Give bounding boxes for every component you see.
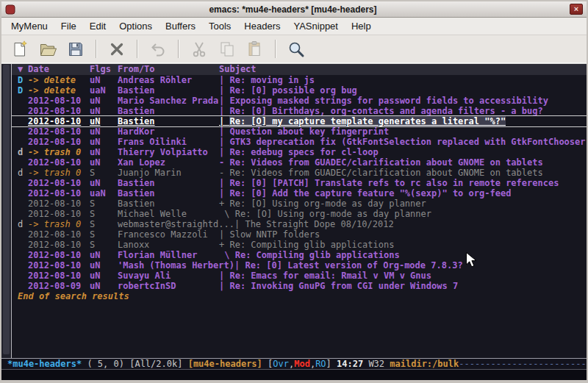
- from-cell: Bastien: [118, 116, 219, 126]
- toolbar-separator: [137, 40, 138, 58]
- flags-cell: uN: [90, 75, 118, 85]
- close-buffer-button[interactable]: [106, 38, 128, 60]
- date-cell: 2012-08-10: [28, 126, 90, 137]
- subject-cell: Re: [O] Using org-mode as day planner: [229, 198, 426, 209]
- message-row[interactable]: 2012-08-10 uN Bastien | Re: [O] my captu…: [12, 116, 587, 126]
- modeline-segment: ]: [326, 359, 337, 369]
- mark-cell: D: [18, 75, 28, 85]
- column-header-flags[interactable]: Flgs: [90, 64, 118, 75]
- menu-mymenu[interactable]: MyMenu: [4, 18, 54, 34]
- menu-bar: MyMenuFileEditOptionsBuffersToolsHeaders…: [1, 18, 587, 35]
- flags-cell: S: [90, 219, 118, 229]
- thread-separator: -: [219, 168, 229, 178]
- menu-file[interactable]: File: [54, 18, 83, 34]
- date-cell: 2012-08-10: [28, 157, 90, 168]
- menu-help[interactable]: Help: [345, 18, 378, 34]
- message-row[interactable]: 2012-08-10 uN HardKor | Question about k…: [12, 126, 587, 137]
- message-row[interactable]: 2012-08-10 S Francesco Mazzoli | Slow NN…: [12, 229, 587, 240]
- modeline-segment: maildir:/bulk: [390, 359, 459, 369]
- paste-button[interactable]: [244, 38, 266, 60]
- message-row[interactable]: 2012-08-10 uN Suvayu Ali | Re: Emacs for…: [12, 271, 587, 281]
- thread-separator: \: [219, 250, 235, 260]
- message-row[interactable]: 2012-08-10 uN Bastien | Re: [0] [PATCH] …: [12, 178, 587, 188]
- modeline-segment: [mu4e-headers]: [188, 359, 262, 369]
- mark-cell: [18, 250, 28, 260]
- mark-cell: [18, 229, 28, 240]
- column-header-from[interactable]: From/To: [118, 64, 219, 75]
- echo-area[interactable]: [1, 370, 587, 380]
- flags-cell: uaN: [90, 188, 118, 198]
- message-row[interactable]: 2012-08-10 uN Xan Lopez - Re: Videos fro…: [12, 157, 587, 168]
- modeline-segment: [: [262, 359, 273, 369]
- subject-cell: Re: Videos from GUADEC/clarification abo…: [229, 157, 542, 168]
- date-cell: 2012-08-10: [28, 271, 90, 281]
- undo-button[interactable]: [147, 38, 169, 60]
- menu-buffers[interactable]: Buffers: [159, 18, 202, 34]
- thread-separator: +: [219, 240, 229, 250]
- modeline-segment: [All/2.0k]: [129, 359, 187, 369]
- date-cell: 2012-08-10: [28, 137, 90, 147]
- from-cell: Lanoxx: [118, 240, 219, 250]
- menu-options[interactable]: Options: [112, 18, 159, 34]
- open-file-button[interactable]: [37, 38, 59, 60]
- thread-separator: +: [219, 198, 229, 209]
- subject-cell: Re: [O] Using org-mode as day planner: [235, 209, 431, 219]
- flags-cell: S: [90, 209, 118, 219]
- toolbar: [1, 35, 587, 63]
- save-buffer-button[interactable]: [65, 38, 87, 60]
- mark-cell: d: [18, 219, 28, 229]
- flags-cell: uaN: [90, 85, 118, 96]
- column-header-date[interactable]: Date: [28, 64, 90, 75]
- message-row[interactable]: 2012-08-09 uN robertcInSD | Re: Invoking…: [12, 281, 587, 291]
- message-row[interactable]: 2012-08-10 S Lanoxx + Re: Compiling glib…: [12, 240, 587, 250]
- message-row[interactable]: 2012-08-10 S Bastien + Re: [O] Using org…: [12, 198, 587, 209]
- new-file-button[interactable]: [9, 38, 31, 60]
- cut-button[interactable]: [188, 38, 210, 60]
- from-cell: Frans Oilinki: [118, 137, 219, 147]
- message-row[interactable]: 2012-08-10 uN 'Mash (Thomas Herbert) | R…: [12, 260, 587, 271]
- message-row[interactable]: 2012-08-10 uN Mario Sanchez Prada | Expo…: [12, 96, 587, 106]
- date-cell: 2012-08-10: [28, 188, 90, 198]
- titlebar[interactable]: emacs: *mu4e-headers* [mu4e-headers] ×: [1, 1, 587, 18]
- subject-cell: Re: Compiling glib applications: [235, 250, 400, 260]
- flags-cell: uN: [90, 250, 118, 260]
- message-row[interactable]: D -> delete uaN Bastien | Re: [0] possib…: [12, 85, 587, 96]
- date-cell: 2012-08-10: [28, 178, 90, 188]
- menu-yasnippet[interactable]: YASnippet: [287, 18, 344, 34]
- flags-cell: uN: [90, 157, 118, 168]
- search-button[interactable]: [285, 38, 307, 60]
- message-row[interactable]: 2012-08-10 uaN Bastien | Re: [0] Add the…: [12, 188, 587, 198]
- message-row[interactable]: 2012-08-10 uN Bastien | Re: [0] Birthday…: [12, 106, 587, 116]
- sort-indicator[interactable]: ▼: [18, 64, 28, 75]
- message-row[interactable]: 2012-08-10 uN Florian Müllner \ Re: Comp…: [12, 250, 587, 260]
- mark-cell: [18, 198, 28, 209]
- mark-cell: [18, 209, 28, 219]
- from-cell: Francesco Mazzoli: [118, 229, 219, 240]
- menu-tools[interactable]: Tools: [202, 18, 237, 34]
- menu-headers[interactable]: Headers: [237, 18, 287, 34]
- modeline-segment: Ovr: [273, 359, 289, 369]
- menu-edit[interactable]: Edit: [83, 18, 112, 34]
- cut-icon: [190, 40, 208, 58]
- message-row[interactable]: D -> delete uN Andreas Röhler | Re: movi…: [12, 75, 587, 85]
- subject-cell: Slow NNTP folders: [229, 229, 320, 240]
- message-row[interactable]: d -> trash 0 uN Thierry Volpiatto | Re: …: [12, 147, 587, 157]
- mark-cell: [18, 240, 28, 250]
- subject-cell: Re: Videos from GUADEC/clarification abo…: [229, 168, 542, 178]
- column-header-subject[interactable]: Subject: [219, 64, 257, 75]
- from-cell: webmaster@straightd...: [118, 219, 234, 229]
- scrollbar-thumb[interactable]: [3, 65, 10, 354]
- thread-separator: |: [219, 96, 229, 106]
- close-button[interactable]: ×: [570, 4, 583, 15]
- message-row[interactable]: 2012-08-10 uN Frans Oilinki | GTK3 depre…: [12, 137, 587, 147]
- message-row[interactable]: d -> trash 0 S Juanjo Marin - Re: Videos…: [12, 168, 587, 178]
- thread-separator: |: [219, 271, 229, 281]
- search-icon: [287, 40, 305, 58]
- message-row[interactable]: d -> trash 0 S webmaster@straightd... | …: [12, 219, 587, 229]
- headers-view: ▼ Date Flgs From/To Subject D -> delete …: [12, 64, 587, 358]
- from-cell: Thierry Volpiatto: [118, 147, 219, 157]
- scrollbar[interactable]: [1, 64, 12, 358]
- message-row[interactable]: 2012-08-10 S Michael Welle \ Re: [O] Usi…: [12, 209, 587, 219]
- end-of-results: End of search results: [12, 291, 587, 301]
- copy-button[interactable]: [216, 38, 238, 60]
